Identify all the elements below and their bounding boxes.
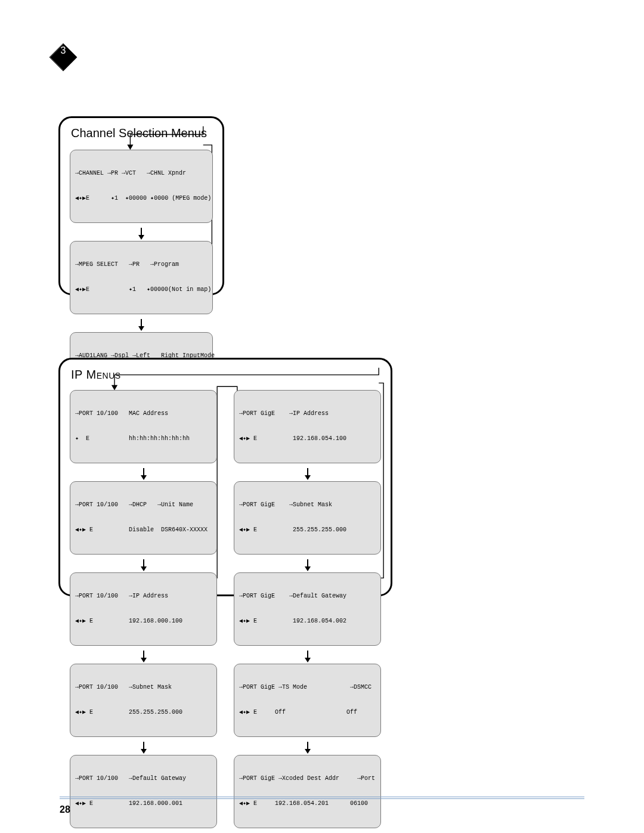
lcd-line: ◀✦▶ E 192.168.000.001 [75, 800, 212, 808]
lcd-port10100-dhcp: →PORT 10/100 →DHCP →Unit Name ◀✦▶ E Disa… [70, 481, 217, 555]
lcd-line: →CHANNEL →PR →VCT →CHNL Xpndr [75, 169, 208, 178]
panel-channel-selection: Channel Selection Menus →CHANNEL →PR →VC… [58, 116, 224, 295]
lcd-line: ◀✦▶ E 192.168.054.002 [239, 617, 376, 625]
chapter-number: 3 [48, 45, 79, 56]
lcd-gige-tsmode: →PORT GigE →TS Mode →DSMCC ◀✦▶ E Off Off [234, 664, 381, 737]
lcd-port10100-mac: →PORT 10/100 MAC Address ✦ E hh:hh:hh:hh… [70, 390, 217, 463]
lcd-gige-ip: →PORT GigE →IP Address ◀✦▶ E 192.168.054… [234, 390, 381, 463]
flow-arrow-down [141, 475, 147, 480]
flow-arrow-down [138, 326, 144, 331]
lcd-line: ◀✦▶ E 192.168.054.100 [239, 435, 376, 443]
panel-ip-menus: IP Menus →PORT 10/100 MAC Address ✦ E hh… [58, 358, 392, 596]
panel-ip-title: IP Menus [71, 368, 381, 382]
lcd-line: →PORT 10/100 →Default Gateway [75, 775, 212, 783]
flow-arrow-down [305, 658, 311, 662]
lcd-line: ◀✦▶ E 255.255.255.000 [239, 526, 376, 534]
flow-arrow-down [305, 566, 311, 571]
lcd-port10100-subnet: →PORT 10/100 →Subnet Mask ◀✦▶ E 255.255.… [70, 664, 217, 737]
lcd-line: ✦ E hh:hh:hh:hh:hh:hh [75, 435, 212, 443]
lcd-line: →PORT GigE →IP Address [239, 410, 376, 418]
svg-marker-2 [128, 145, 132, 149]
lcd-gige-subnet: →PORT GigE →Subnet Mask ◀✦▶ E 255.255.25… [234, 481, 381, 555]
lcd-channel: →CHANNEL →PR →VCT →CHNL Xpndr ◀✦▶E ✦1 ✦0… [70, 150, 213, 223]
lcd-line: ◀✦▶E ✦1 ✦00000 ✦0000 (MPEG mode) [75, 194, 208, 203]
panel-channel-title: Channel Selection Menus [71, 126, 213, 140]
lcd-line: ◀✦▶ E 192.168.054.201 06100 [239, 800, 376, 808]
lcd-line: →PORT 10/100 MAC Address [75, 410, 212, 418]
lcd-line: ◀✦▶ E 192.168.000.100 [75, 617, 212, 625]
flow-arrow-down [141, 566, 147, 571]
lcd-line: →PORT 10/100 →IP Address [75, 592, 212, 600]
lcd-line: →PORT 10/100 →Subnet Mask [75, 683, 212, 692]
page-number: 28 [60, 804, 70, 815]
lcd-line: ◀✦▶E ✦1 ✦00000(Not in map) [75, 286, 208, 294]
flow-arrow-down [305, 749, 311, 754]
flow-arrow-down [305, 475, 311, 480]
lcd-line: →PORT GigE →TS Mode →DSMCC [239, 683, 376, 692]
flow-arrow-down [141, 749, 147, 754]
lcd-mpeg-select: →MPEG SELECT →PR →Program ◀✦▶E ✦1 ✦00000… [70, 241, 213, 314]
ip-left-column: →PORT 10/100 MAC Address ✦ E hh:hh:hh:hh… [70, 390, 217, 833]
lcd-line: →MPEG SELECT →PR →Program [75, 261, 208, 269]
lcd-port10100-ip: →PORT 10/100 →IP Address ◀✦▶ E 192.168.0… [70, 572, 217, 646]
lcd-gige-gateway: →PORT GigE →Default Gateway ◀✦▶ E 192.16… [234, 572, 381, 646]
lcd-line: →PORT GigE →Default Gateway [239, 592, 376, 600]
lcd-line: ◀✦▶ E Disable DSR640X-XXXXX [75, 526, 212, 534]
lcd-gige-xcoded: →PORT GigE →Xcoded Dest Addr →Port ◀✦▶ E… [234, 755, 381, 828]
lcd-port10100-gateway: →PORT 10/100 →Default Gateway ◀✦▶ E 192.… [70, 755, 217, 828]
footer-rule [60, 797, 584, 797]
lcd-line: →PORT GigE →Subnet Mask [239, 501, 376, 509]
flow-arrow-down [141, 658, 147, 662]
lcd-line: →PORT 10/100 →DHCP →Unit Name [75, 501, 212, 509]
chapter-marker: 3 [48, 42, 79, 73]
page: 3 Channel Selection Menus →CHANNEL →PR →… [0, 0, 644, 833]
lcd-line: →PORT GigE →Xcoded Dest Addr →Port [239, 775, 376, 783]
flow-arrow-down [138, 235, 144, 240]
lcd-line: ◀✦▶ E Off Off [239, 708, 376, 717]
ip-right-column: →PORT GigE →IP Address ◀✦▶ E 192.168.054… [234, 390, 381, 833]
lcd-line: ◀✦▶ E 255.255.255.000 [75, 708, 212, 717]
svg-marker-3 [112, 385, 117, 389]
